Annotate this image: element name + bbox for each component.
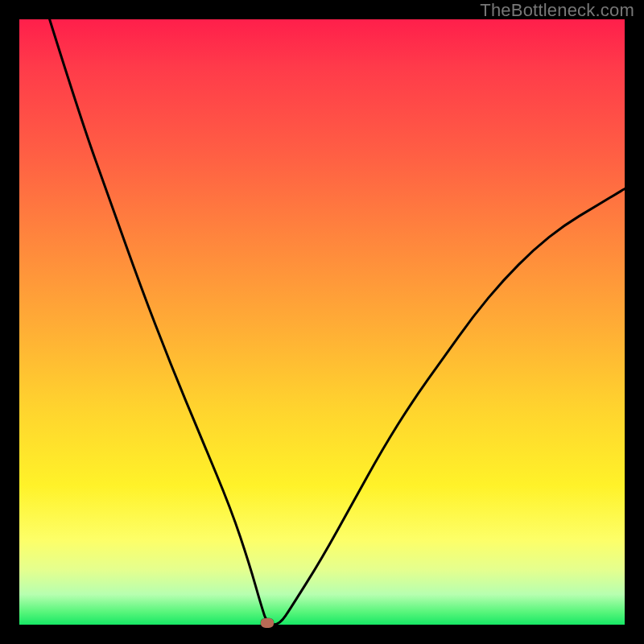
watermark-text: TheBottleneck.com bbox=[480, 0, 634, 21]
minimum-marker-icon bbox=[261, 618, 274, 628]
chart-frame: TheBottleneck.com bbox=[0, 0, 644, 644]
bottleneck-curve bbox=[19, 19, 625, 625]
plot-area bbox=[19, 19, 625, 625]
